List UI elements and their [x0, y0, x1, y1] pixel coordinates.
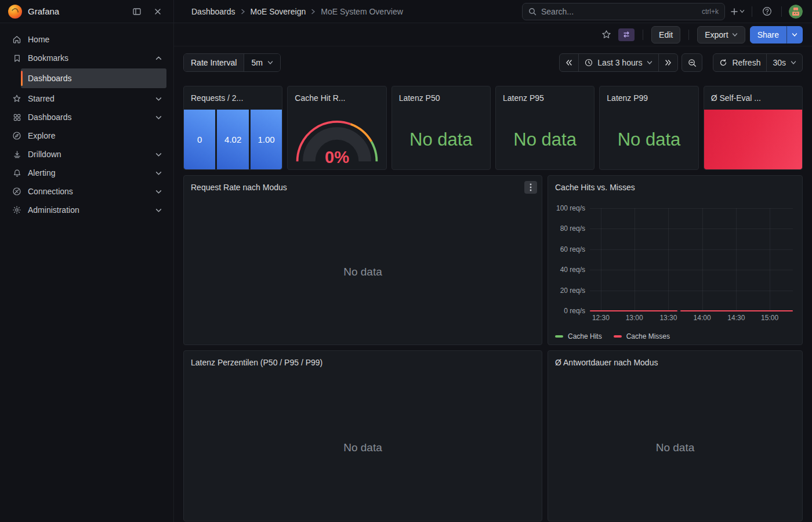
panel-requests: Requests / 2... 0 4.02 1.00 [183, 86, 282, 170]
search-box[interactable]: ctrl+k [522, 3, 725, 20]
chevron-up-icon [155, 55, 162, 61]
dashboard-grid: Requests / 2... 0 4.02 1.00 [174, 79, 812, 522]
chevron-down-icon [792, 32, 798, 38]
zoom-out-button[interactable] [682, 53, 702, 72]
refresh-interval: 30s [773, 58, 786, 67]
search-input[interactable] [541, 7, 697, 16]
sidebar-item-bookmarks[interactable]: Bookmarks [5, 49, 166, 67]
sidebar-item-administration[interactable]: Administration [5, 201, 166, 219]
bell-icon [12, 169, 22, 177]
y-tick-label: 80 req/s [560, 224, 585, 233]
panel-title[interactable]: Cache Hits vs. Misses [548, 176, 802, 199]
stat-no-data: No data [600, 110, 698, 169]
time-shift-back-button[interactable] [560, 54, 578, 71]
gauge: 0% [288, 110, 386, 166]
panel-title[interactable]: Cache Hit R... [288, 86, 386, 110]
panel-title[interactable]: Latenz P50 [392, 86, 490, 110]
sidebar-item-label: Administration [28, 205, 150, 215]
brand-name: Grafana [28, 6, 124, 16]
zoom-out-icon [688, 59, 697, 67]
top-nav: Grafana Dashboards MoE Sovereign MoE Sys… [0, 0, 812, 23]
sidebar-item-label: Connections [28, 187, 150, 196]
sidebar-item-dashboards[interactable]: Dashboards [5, 108, 166, 126]
divider [752, 6, 752, 17]
stat-bar: 1.00 [251, 110, 282, 169]
panel-self-eval: Ø Self-Eval ... [704, 86, 803, 170]
main-content: Edit Export Share [174, 23, 812, 522]
sidebar-item-label: Starred [28, 94, 150, 103]
help-button[interactable] [759, 4, 774, 19]
panel-no-data: No data [184, 199, 542, 345]
panel-title[interactable]: Requests / 2... [184, 86, 282, 110]
sidebar-item-home[interactable]: Home [5, 30, 166, 49]
dock-sidebar-button[interactable] [129, 4, 144, 19]
chart-plot-area[interactable] [590, 208, 793, 311]
panel-menu-button[interactable] [524, 181, 537, 194]
export-button[interactable]: Export [697, 26, 745, 44]
chevron-down-icon [155, 188, 162, 195]
swap-arrows-icon [622, 31, 630, 38]
chart-legend: Cache Hits Cache Misses [555, 332, 670, 340]
sidebar-item-connections[interactable]: Connections [5, 182, 166, 201]
divider [781, 6, 782, 17]
new-button[interactable] [730, 4, 745, 19]
stat-bars: 0 4.02 1.00 [184, 110, 282, 169]
sidebar-item-starred[interactable]: Starred [5, 89, 166, 108]
compass-icon [12, 131, 22, 140]
stat-panels-row: Requests / 2... 0 4.02 1.00 [183, 86, 803, 170]
panel-latency-p99: Latenz P99 No data [599, 86, 698, 170]
breadcrumb-folder[interactable]: MoE Sovereign [251, 7, 306, 16]
panel-title[interactable]: Latenz Perzentilen (P50 / P95 / P99) [184, 351, 542, 374]
close-sidebar-button[interactable] [150, 4, 165, 19]
legend-label: Cache Misses [626, 332, 670, 340]
divider [643, 30, 643, 40]
search-shortcut: ctrl+k [702, 8, 719, 16]
variable-value-dropdown[interactable]: 5m [244, 54, 280, 71]
chevron-down-icon [732, 32, 738, 38]
plug-icon [12, 187, 22, 196]
breadcrumb-current: MoE System Overview [321, 7, 403, 16]
x-tick-label: 13:30 [659, 314, 677, 322]
breadcrumb-dashboards[interactable]: Dashboards [191, 7, 235, 16]
time-range-label: Last 3 hours [597, 58, 642, 67]
divider [688, 30, 689, 40]
shared-dashboard-button[interactable] [618, 28, 635, 41]
refresh-interval-dropdown[interactable]: 30s [766, 54, 802, 71]
panel-title[interactable]: Request Rate nach Modus [184, 176, 542, 199]
panel-request-rate: Request Rate nach Modus No data [183, 175, 542, 345]
share-menu-button[interactable] [786, 26, 803, 44]
legend-item-cache-hits[interactable]: Cache Hits [555, 332, 602, 340]
sidebar-item-label: Bookmarks [28, 53, 150, 63]
edit-button[interactable]: Edit [651, 26, 680, 44]
dashboard-toolbar: Edit Export Share [174, 23, 812, 46]
favorite-star-button[interactable] [599, 27, 614, 42]
stat-body: 0 4.02 1.00 [184, 110, 282, 169]
chevron-down-icon [155, 170, 162, 176]
panel-title[interactable]: Ø Antwortdauer nach Modus [548, 351, 802, 374]
user-avatar[interactable] [789, 5, 803, 19]
time-range-picker[interactable]: Last 3 hours [578, 54, 658, 71]
chevron-right-icon [310, 9, 316, 14]
legend-item-cache-misses[interactable]: Cache Misses [614, 332, 670, 340]
legend-swatch-green [555, 335, 563, 338]
sidebar-item-label: Drilldown [28, 150, 150, 159]
y-tick-label: 0 req/s [564, 307, 585, 315]
time-shift-forward-button[interactable] [658, 54, 677, 71]
panel-title[interactable]: Ø Self-Eval ... [704, 86, 802, 110]
bottom-row: Latenz Perzentilen (P50 / P95 / P99) No … [183, 350, 803, 521]
sidebar-item-dashboards-bookmark[interactable]: Dashboards [21, 68, 166, 88]
sidebar-item-explore[interactable]: Explore [5, 126, 166, 145]
sidebar-item-label: Explore [28, 131, 162, 140]
panel-no-data: No data [548, 374, 802, 521]
time-range-group: Last 3 hours [559, 53, 678, 72]
legend-swatch-red [614, 335, 622, 338]
y-tick-label: 40 req/s [560, 266, 585, 274]
panel-title[interactable]: Latenz P95 [496, 86, 594, 110]
share-button[interactable]: Share [750, 26, 786, 44]
sidebar-item-drilldown[interactable]: Drilldown [5, 145, 166, 164]
sidebar-nav: Home Bookmarks Dashboards Starred [0, 23, 174, 522]
refresh-button[interactable]: Refresh [713, 54, 766, 71]
sidebar-item-alerting[interactable]: Alerting [5, 164, 166, 182]
chevron-right-icon [240, 9, 246, 14]
panel-title[interactable]: Latenz P99 [600, 86, 698, 110]
